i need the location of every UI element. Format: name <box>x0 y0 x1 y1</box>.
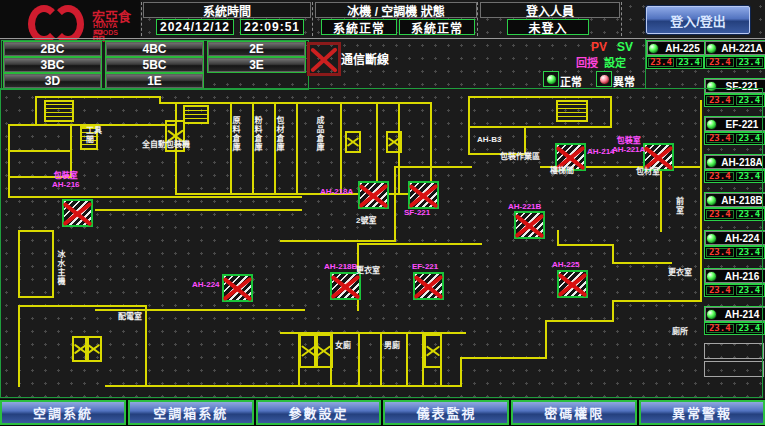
unit-name: EF-221 <box>719 119 765 130</box>
plan-wall <box>18 305 146 307</box>
unit-values-sf-221: 23.423.4 <box>704 94 765 107</box>
unit-button-ah-221a[interactable]: AH-221A <box>704 40 765 56</box>
unit-button-sf-221[interactable]: SF-221 <box>704 78 765 94</box>
room-label: 女廁 <box>335 341 351 350</box>
unit-values-ah-214: 23.423.4 <box>704 322 765 335</box>
nav-button-空調系統[interactable]: 空調系統 <box>0 400 126 425</box>
comm-loss-label: 通信斷線 <box>341 50 389 67</box>
plan-wall <box>406 332 408 385</box>
room-label: 前室 <box>676 197 686 215</box>
unit-normal-led <box>648 43 659 54</box>
plan-wall <box>468 96 612 98</box>
pv-value: 23.4 <box>648 58 674 67</box>
sv-value: 23.4 <box>736 172 764 181</box>
plan-wall <box>394 166 396 242</box>
stairs-icon <box>44 100 74 122</box>
plan-unit-tag: SF-221 <box>404 208 430 217</box>
nav-button-空調箱系統[interactable]: 空調箱系統 <box>128 400 254 425</box>
room-label: 工具間 <box>86 126 108 144</box>
room-label: 更衣室 <box>356 266 380 275</box>
setting-label: 設定 <box>604 54 626 70</box>
plan-unit-tag: 包裝室 AH-216 <box>52 171 80 189</box>
plan-unit-ah-224[interactable] <box>222 274 253 302</box>
abnormal-label: 異常 <box>613 73 635 89</box>
pv-value: 23.4 <box>706 172 734 181</box>
normal-label: 正常 <box>560 73 582 89</box>
sv-value: 23.4 <box>736 58 764 67</box>
plan-wall <box>8 196 302 198</box>
unit-button-ah-214[interactable]: AH-214 <box>704 306 765 322</box>
room-label: 粉料倉庫 <box>253 116 262 152</box>
unit-normal-led <box>706 195 717 206</box>
unit-values-ah-218a: 23.423.4 <box>704 170 765 183</box>
chiller-status: 系統正常 <box>321 19 397 35</box>
unit-values-ef-221: 23.423.4 <box>704 132 765 145</box>
floor-group-outline <box>1 40 309 90</box>
empty-unit-slot <box>704 343 764 359</box>
unit-button-ah-216[interactable]: AH-216 <box>704 268 765 284</box>
normal-led <box>543 71 559 87</box>
unit-values-ah-224: 23.423.4 <box>704 246 765 259</box>
room-label: 廁所 <box>672 327 688 336</box>
abnormal-led <box>596 71 612 87</box>
plan-unit-tag: AH-218B <box>324 262 357 271</box>
plan-unit-ah-216[interactable] <box>62 199 93 227</box>
room-label: 包材倉庫 <box>275 116 284 152</box>
plan-wall <box>145 305 147 385</box>
unit-button-ah-218a[interactable]: AH-218A <box>704 154 765 170</box>
login-user-label: 登入人員 <box>480 2 620 18</box>
unit-normal-led <box>706 81 717 92</box>
unit-values-ah-221a: 23.423.4 <box>704 56 765 69</box>
comm-loss-icon <box>307 42 341 76</box>
unit-normal-led <box>706 233 717 244</box>
plan-unit-ah-225[interactable] <box>557 270 588 298</box>
sv-value: 23.4 <box>736 210 764 219</box>
plan-unit-ah-218b[interactable] <box>330 272 361 300</box>
plan-unit-tag: AH-218A <box>320 187 353 196</box>
pv-value: 23.4 <box>706 324 734 333</box>
feedback-label: 回授 <box>576 54 598 70</box>
shaft-x-icon <box>345 131 361 153</box>
plan-unit-tag: AH-225 <box>552 260 580 269</box>
unit-button-ah-224[interactable]: AH-224 <box>704 230 765 246</box>
unit-values-ah-218b: 23.423.4 <box>704 208 765 221</box>
plan-wall <box>18 296 54 298</box>
nav-button-參數設定[interactable]: 參數設定 <box>256 400 382 425</box>
plan-unit-sf-221[interactable] <box>408 181 439 209</box>
unit-normal-led <box>706 309 717 320</box>
plan-wall <box>95 209 302 211</box>
unit-button-ah-218b[interactable]: AH-218B <box>704 192 765 208</box>
plan-unit-ah-218a[interactable] <box>358 181 389 209</box>
plan-wall <box>460 357 547 359</box>
divider <box>0 38 765 39</box>
plan-wall <box>159 96 161 104</box>
plan-wall <box>376 102 378 193</box>
nav-button-儀表監視[interactable]: 儀表監視 <box>383 400 509 425</box>
login-logout-button[interactable]: 登入/登出 <box>646 6 750 34</box>
plan-unit-ef-221[interactable] <box>413 272 444 300</box>
sv-value: 23.4 <box>736 286 764 295</box>
plan-wall <box>394 166 472 168</box>
divider <box>621 2 622 36</box>
room-label: 樓梯間 <box>550 166 574 175</box>
unit-button-ef-221[interactable]: EF-221 <box>704 116 765 132</box>
sv-label: SV <box>617 40 633 54</box>
unit-button-ah-225[interactable]: AH-225 <box>646 40 706 56</box>
unit-name: AH-221A <box>719 43 765 54</box>
plan-outline <box>0 88 1 397</box>
empty-unit-slot <box>704 361 764 377</box>
plan-wall <box>358 332 360 385</box>
plan-wall <box>612 244 614 264</box>
nav-button-密碼權限[interactable]: 密碼權限 <box>511 400 637 425</box>
unit-name: AH-224 <box>719 233 765 244</box>
logo-subname: HUNYA FOODS <box>93 22 140 36</box>
system-time-value: 22:09:51 <box>240 19 304 35</box>
pv-value: 23.4 <box>706 134 734 143</box>
plan-wall <box>70 124 72 178</box>
nav-button-異常警報[interactable]: 異常警報 <box>639 400 765 425</box>
plan-unit-ah-221b[interactable] <box>514 211 545 239</box>
bottom-nav: 空調系統空調箱系統參數設定儀表監視密碼權限異常警報 <box>0 399 765 426</box>
sv-value: 23.4 <box>736 96 764 105</box>
unit-normal-led <box>706 157 717 168</box>
stairs-icon <box>183 105 209 124</box>
